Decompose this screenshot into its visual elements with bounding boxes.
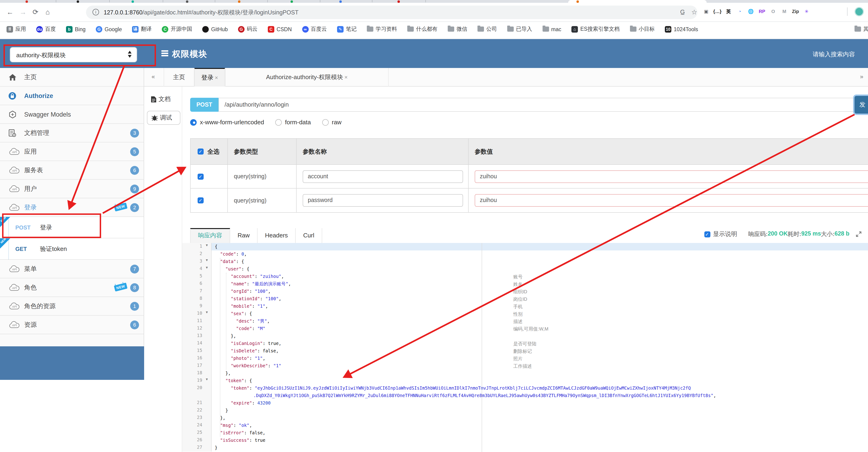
browser-tab-favicon[interactable] (77, 0, 79, 3)
menu-toggle-icon[interactable] (161, 50, 168, 57)
bookmark-item[interactable]: ⌂ES搜索引擎文档 (571, 26, 620, 33)
browser-tab-favicon[interactable] (290, 0, 293, 3)
param-value-input[interactable]: zuihou (475, 194, 868, 207)
bookmark-item[interactable]: ✎笔记 (337, 26, 356, 33)
fold-icon[interactable]: ▼ (206, 244, 208, 247)
param-name-input[interactable]: account (303, 170, 463, 183)
sidebar-item-主页[interactable]: 主页 (0, 68, 144, 87)
bookmark-item[interactable]: G码云 (238, 26, 257, 33)
sidebar-operation-get[interactable]: NEWGET验证token (0, 238, 144, 260)
show-description-checkbox[interactable] (704, 231, 710, 237)
sidebar-operation-post[interactable]: NEWPOST登录 (0, 217, 144, 238)
bookmark-item[interactable]: 微信 (448, 26, 467, 33)
back-icon[interactable]: ← (6, 8, 13, 16)
bookmark-overflow-folder[interactable]: 其 (855, 26, 868, 33)
bookmark-item[interactable]: 什么都有 (407, 26, 437, 33)
fold-icon[interactable]: ▼ (206, 377, 208, 381)
browser-tab-strip[interactable] (0, 0, 868, 3)
header-search-input[interactable]: 请输入搜索内容 (813, 50, 855, 59)
bookmark-item[interactable]: 学习资料 (367, 26, 397, 33)
send-button[interactable]: 发 (855, 96, 868, 114)
browser-tab-favicon[interactable] (398, 0, 400, 3)
bookmark-item[interactable]: 101024Tools (665, 26, 698, 32)
sidebar-item-角色[interactable]: API角色NEW8 (0, 278, 144, 297)
module-select[interactable]: authority-权限模块 (10, 47, 137, 62)
extension-icon[interactable]: ▣ (702, 7, 710, 16)
browser-tab-favicon[interactable] (186, 0, 188, 3)
extension-icon[interactable]: ✳ (802, 7, 811, 16)
doc-tab-Authorize-authority-权限模块[interactable]: Authorize-authority-权限模块× (225, 68, 389, 87)
sidebar-item-资源[interactable]: API资源6 (0, 316, 144, 334)
nav-tab-文档[interactable]: 文档 (147, 92, 180, 106)
fold-icon[interactable]: ▼ (206, 266, 208, 270)
home-icon[interactable]: ⌂ (45, 8, 50, 16)
select-all-checkbox[interactable] (197, 148, 204, 154)
param-checkbox[interactable] (197, 173, 204, 179)
extension-icon[interactable]: RP (758, 7, 766, 16)
nav-tab-调试[interactable]: 调试 (147, 111, 180, 125)
tabs-collapse-icon[interactable]: « (152, 73, 155, 80)
profile-avatar[interactable] (855, 7, 864, 16)
param-name-input[interactable]: password (303, 194, 463, 207)
close-tab-icon[interactable]: × (344, 74, 347, 81)
response-tab-响应内容[interactable]: 响应内容 (190, 228, 230, 243)
doc-tab-主页[interactable]: 主页 (164, 68, 194, 87)
sidebar-item-应用[interactable]: API应用5 (0, 142, 144, 161)
bookmark-item[interactable]: GGoogle (96, 26, 122, 32)
sidebar-item-文档管理[interactable]: 文档管理3 (0, 124, 144, 142)
browser-tab-favicon[interactable] (238, 0, 240, 3)
browser-tab-favicon[interactable] (339, 0, 342, 3)
browser-tab-favicon[interactable] (26, 0, 28, 3)
tabs-expand-icon[interactable]: » (860, 73, 863, 80)
radio-raw[interactable]: raw (322, 119, 341, 126)
bookmark-item[interactable]: CCSDN (268, 26, 292, 32)
bookmark-item[interactable]: 小目标 (630, 26, 655, 33)
bookmark-star-icon[interactable]: ☆ (691, 8, 697, 16)
response-body-editor[interactable]: 1▼{2 "code": 0,3▼ "data": {4▼ "user": {5… (182, 243, 868, 452)
sidebar-item-用户[interactable]: API用户9 (0, 180, 144, 198)
address-bar[interactable]: i 127.0.0.1:8760/api/gate/doc.html#/auth… (86, 6, 698, 19)
extension-icon[interactable]: M (780, 7, 788, 16)
extension-icon[interactable]: Zip (791, 7, 800, 16)
bookmark-item[interactable]: C开源中国 (162, 26, 192, 33)
page-info-icon[interactable]: i (93, 9, 99, 16)
extension-icon[interactable]: 🌐 (747, 7, 755, 16)
param-checkbox[interactable] (197, 197, 204, 203)
reload-icon[interactable]: ⟳ (33, 8, 38, 16)
response-tab-Raw[interactable]: Raw (230, 228, 257, 243)
sidebar-item-服务表[interactable]: API服务表6 (0, 161, 144, 180)
translate-icon[interactable]: G̲ (680, 8, 685, 16)
sidebar-item-菜单[interactable]: API菜单7 (0, 260, 144, 278)
extension-icon[interactable]: ◔ (736, 7, 744, 16)
bookmark-item[interactable]: 已导入 (507, 26, 532, 33)
browser-tab-favicon[interactable] (131, 0, 134, 3)
extension-icon[interactable]: {…} (713, 7, 721, 16)
doc-tab-登录[interactable]: 登录× (194, 68, 225, 87)
show-description-toggle[interactable]: 显示说明 (704, 230, 737, 238)
sidebar-item-登录[interactable]: API登录NEW2 (0, 198, 144, 217)
request-url-input[interactable]: /api/authority/anno/login (218, 98, 854, 112)
bookmark-item[interactable]: bBing (66, 26, 86, 32)
extension-icon[interactable]: 英 (724, 7, 733, 16)
response-tab-Headers[interactable]: Headers (257, 228, 296, 243)
fold-icon[interactable]: ▼ (206, 258, 208, 262)
forward-icon[interactable]: → (20, 8, 27, 16)
sidebar-item-Authorize[interactable]: Authorize (0, 87, 144, 105)
bookmark-item[interactable]: 译翻译 (132, 26, 152, 33)
bookmark-item[interactable]: du百度 (36, 26, 56, 33)
sidebar-item-角色的资源[interactable]: API角色的资源1 (0, 297, 144, 316)
sidebar-item-Swagger Models[interactable]: Swagger Models (0, 105, 144, 124)
close-tab-icon[interactable]: × (215, 75, 218, 81)
bookmark-item[interactable]: ⠿应用 (6, 26, 26, 33)
fullscreen-icon[interactable] (856, 231, 862, 237)
bookmark-item[interactable]: mac (542, 26, 561, 32)
response-tab-Curl[interactable]: Curl (296, 228, 322, 243)
radio-x-www-form-urlencoded[interactable]: x-www-form-urlencoded (190, 119, 264, 126)
url-text[interactable]: 127.0.0.1:8760/api/gate/doc.html#/author… (104, 9, 299, 17)
extension-icon[interactable]: O (769, 7, 777, 16)
bookmark-item[interactable]: GitHub (202, 26, 228, 32)
param-value-input[interactable]: zuihou (475, 170, 868, 183)
bookmark-item[interactable]: ∞百度云 (302, 26, 327, 33)
bookmark-item[interactable]: 公司 (477, 26, 497, 33)
active-browser-tab[interactable] (568, 0, 707, 3)
